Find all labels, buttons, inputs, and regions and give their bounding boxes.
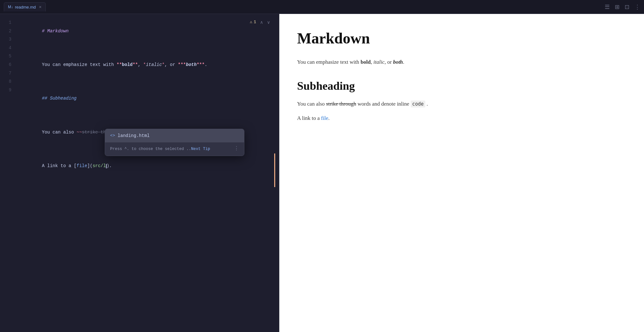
preview-p1-end: . <box>403 59 404 65</box>
autocomplete-more-icon[interactable]: ⋮ <box>234 145 239 153</box>
preview-h1: Markdown <box>297 29 626 48</box>
warning-badge: ⚠ 1 <box>250 19 256 26</box>
warning-count: 1 <box>254 19 256 26</box>
preview-p3-pre: A link to a <box>297 115 321 121</box>
preview-p1: You can emphasize text with bold, italic… <box>297 58 626 67</box>
preview-link[interactable]: file <box>321 115 329 121</box>
code-content[interactable]: # Markdown You can emphasize text with *… <box>15 18 279 332</box>
tab-label: readme.md <box>15 5 36 10</box>
preview-strikethrough: strike through <box>326 101 356 107</box>
markdown-icon: M↓ <box>8 5 13 9</box>
next-tip-link[interactable]: Next Tip <box>191 147 210 151</box>
autocomplete-dropdown[interactable]: <> landing.html Press ^. to choose the s… <box>105 129 244 156</box>
line-marker <box>274 153 275 187</box>
preview-p2: You can also strike through words and de… <box>297 100 626 109</box>
preview-pane: Markdown You can emphasize text with bol… <box>279 14 644 332</box>
code-line-1: # Markdown <box>15 18 275 44</box>
preview-or: , or <box>384 59 393 65</box>
preview-comma1: , <box>371 59 374 65</box>
titlebar: M↓ readme.md × ☰ ⊞ ⊡ ⋮ <box>0 0 644 14</box>
html-file-icon: <> <box>110 133 115 139</box>
code-line-6 <box>15 111 275 120</box>
more-options-icon[interactable]: ⋮ <box>634 3 640 10</box>
titlebar-actions: ☰ ⊞ ⊡ ⋮ <box>605 3 640 10</box>
preview-code: code <box>411 101 425 107</box>
editor-pane[interactable]: ⚠ 1 ∧ ∨ 1 2 3 4 5 6 7 8 9 <box>0 14 279 332</box>
code-line-3: You can emphasize text with **bold**, *i… <box>15 52 275 77</box>
main-area: ⚠ 1 ∧ ∨ 1 2 3 4 5 6 7 8 9 <box>0 14 644 332</box>
preview-p3: A link to a file. <box>297 114 626 123</box>
code-line-2 <box>15 44 275 52</box>
prev-arrow-button[interactable]: ∧ <box>259 19 264 25</box>
next-arrow-button[interactable]: ∨ <box>266 19 271 25</box>
autocomplete-item[interactable]: <> landing.html <box>105 129 244 142</box>
editor-topbar: ⚠ 1 ∧ ∨ <box>246 17 275 28</box>
autocomplete-item-label: landing.html <box>118 132 150 139</box>
line-numbers: 1 2 3 4 5 6 7 8 9 <box>0 18 15 332</box>
preview-p2-mid: words and denote inline <box>356 101 410 107</box>
preview-italic: italic <box>374 59 385 65</box>
preview-bolditalic: both <box>393 59 403 65</box>
preview-p3-end: . <box>328 115 329 121</box>
tab-readme[interactable]: M↓ readme.md × <box>4 2 46 11</box>
nav-arrows: ∧ ∨ <box>259 19 271 25</box>
code-line-5: ## Subheading <box>15 86 275 111</box>
code-line-9: A link to a [file](src/l). <box>15 153 275 187</box>
code-container: 1 2 3 4 5 6 7 8 9 # Markdown You can em <box>0 14 279 332</box>
hamburger-icon[interactable]: ☰ <box>605 3 610 10</box>
code-line-4 <box>15 77 275 86</box>
preview-p1-pre: You can emphasize text with <box>297 59 361 65</box>
preview-h2: Subheading <box>297 79 626 93</box>
autocomplete-footer: Press ^. to choose the selected ..Next T… <box>105 142 244 156</box>
split-view-icon[interactable]: ⊞ <box>615 3 620 10</box>
preview-p2-pre: You can also <box>297 101 326 107</box>
preview-icon[interactable]: ⊡ <box>625 3 629 10</box>
preview-p2-end: . <box>425 101 428 107</box>
warning-icon: ⚠ <box>250 19 252 26</box>
tab-close-button[interactable]: × <box>39 4 42 10</box>
preview-bold: bold <box>361 59 371 65</box>
autocomplete-footer-text: Press ^. to choose the selected ..Next T… <box>110 146 210 152</box>
